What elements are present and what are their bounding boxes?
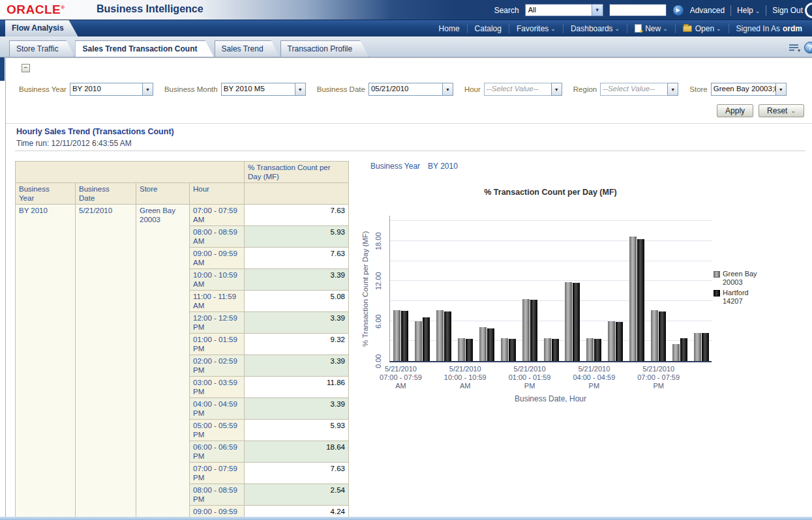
chart-title: % Transaction Count per Day (MF) xyxy=(389,188,712,197)
x-axis-title: Business Date, Hour xyxy=(389,394,712,403)
hour-cell: 11:00 - 11:59 AM xyxy=(190,291,245,312)
tab-sales-trend-transaction-count[interactable]: Sales Trend Transaction Count xyxy=(75,40,213,57)
username[interactable]: ordm xyxy=(783,24,802,33)
search-go-icon[interactable]: ▶ xyxy=(672,5,684,16)
chart-legend: Green Bay 20003Hartford 14207 xyxy=(714,270,763,308)
bar-green-bay[interactable] xyxy=(565,282,572,361)
bar-hartford[interactable] xyxy=(487,328,494,361)
reset-button[interactable]: Reset⌄ xyxy=(759,104,804,117)
bar-group xyxy=(476,327,498,361)
bar-group xyxy=(648,310,669,361)
business-month-select[interactable]: BY 2010 M5▼ xyxy=(221,83,306,96)
bar-hartford[interactable] xyxy=(509,339,516,361)
x-tick: 5/21/201007:00 - 07:59AM xyxy=(380,365,422,390)
business-date-select[interactable]: 05/21/2010▼ xyxy=(368,83,453,96)
bar-green-bay[interactable] xyxy=(458,338,465,361)
nav-home[interactable]: Home xyxy=(432,20,467,36)
bar-hartford[interactable] xyxy=(401,311,408,361)
chevron-down-icon[interactable]: ▼ xyxy=(592,5,603,16)
prompt-value[interactable]: BY 2010 xyxy=(70,83,143,96)
nav-catalog[interactable]: Catalog xyxy=(468,20,509,36)
column-header-business-date[interactable]: Business Date xyxy=(76,183,136,205)
region-select[interactable]: --Select Value--▼ xyxy=(600,83,678,96)
report-title: Hourly Sales Trend (Transactions Count) xyxy=(16,127,174,136)
bar-green-bay[interactable] xyxy=(629,237,637,361)
chevron-down-icon[interactable]: ▼ xyxy=(442,83,453,96)
bar-hartford[interactable] xyxy=(552,339,559,361)
prompt-label: Business Month xyxy=(164,85,218,93)
prompt-value[interactable]: BY 2010 M5 xyxy=(221,83,295,96)
help-menu[interactable]: Help⌄ xyxy=(737,6,760,15)
nav-new[interactable]: New⌄ xyxy=(627,20,675,36)
value-cell: 7.63 xyxy=(245,463,349,484)
chevron-down-icon[interactable]: ▼ xyxy=(667,83,678,96)
bar-green-bay[interactable] xyxy=(608,321,615,361)
bar-hartford[interactable] xyxy=(530,300,537,361)
column-header-store[interactable]: Store xyxy=(136,183,190,205)
bar-green-bay[interactable] xyxy=(522,299,530,361)
advanced-link[interactable]: Advanced xyxy=(690,6,725,15)
apply-button[interactable]: Apply xyxy=(717,104,753,117)
dashboard-page-tab[interactable]: Flow Analysis xyxy=(5,20,78,36)
chevron-down-icon[interactable]: ▼ xyxy=(142,83,153,96)
search-scope-value: All xyxy=(526,5,592,16)
chevron-down-icon[interactable]: ▼ xyxy=(775,83,787,96)
prompt-value[interactable]: --Select Value-- xyxy=(600,83,668,96)
nav-dashboards[interactable]: Dashboards⌄ xyxy=(564,20,627,36)
value-cell: 3.39 xyxy=(245,398,349,420)
bar-green-bay[interactable] xyxy=(501,338,508,361)
chevron-down-icon[interactable]: ▼ xyxy=(551,83,562,96)
prompt-value[interactable]: --Select Value-- xyxy=(484,83,552,96)
bar-green-bay[interactable] xyxy=(436,310,444,361)
bar-green-bay[interactable] xyxy=(694,333,701,361)
bar-hartford[interactable] xyxy=(466,339,473,361)
tab-sales-trend[interactable]: Sales Trend xyxy=(215,40,280,57)
bar-hartford[interactable] xyxy=(423,317,430,362)
nav-favorites[interactable]: Favorites⌄ xyxy=(509,20,563,36)
bar-hartford[interactable] xyxy=(702,333,709,361)
business-year-select[interactable]: BY 2010▼ xyxy=(70,83,153,96)
hour-cell: 08:00 - 08:59 PM xyxy=(190,484,245,506)
page-tabs: Store TrafficSales Trend Transaction Cou… xyxy=(9,40,369,57)
nav-open[interactable]: Open⌄ xyxy=(676,20,729,36)
bar-hartford[interactable] xyxy=(680,338,687,361)
page-options-icon[interactable] xyxy=(789,44,799,51)
bar-hartford[interactable] xyxy=(616,322,623,361)
tab-transaction-profile[interactable]: Transaction Profile xyxy=(280,40,369,57)
value-cell: 7.63 xyxy=(245,248,349,269)
bar-green-bay[interactable] xyxy=(479,327,487,361)
store-select[interactable]: Green Bay 20003;Ha▼ xyxy=(711,83,787,96)
x-tick: 5/21/201007:00 - 07:59PM xyxy=(637,365,680,390)
bar-hartford[interactable] xyxy=(659,311,666,361)
prompt-region: Region--Select Value--▼ xyxy=(573,83,678,96)
bar-hartford[interactable] xyxy=(444,311,451,361)
column-header-business-year[interactable]: Business Year xyxy=(16,183,76,205)
collapse-section-button[interactable]: − xyxy=(22,64,30,72)
bar-green-bay[interactable] xyxy=(651,310,658,361)
prompt-business-year: Business YearBY 2010▼ xyxy=(19,83,153,96)
bar-green-bay[interactable] xyxy=(415,321,422,361)
measure-header: % Transaction Count per Day (MF) xyxy=(245,162,349,183)
bar-green-bay[interactable] xyxy=(586,338,594,361)
prompt-value[interactable]: Green Bay 20003;Ha xyxy=(711,83,776,96)
tab-store-traffic[interactable]: Store Traffic xyxy=(9,40,74,57)
prompt-value[interactable]: 05/21/2010 xyxy=(368,83,443,96)
bar-green-bay[interactable] xyxy=(672,344,680,361)
chevron-down-icon[interactable]: ▼ xyxy=(295,83,306,96)
bar-green-bay[interactable] xyxy=(544,338,551,361)
nav-items: Home Catalog Favorites⌄ Dashboards⌄ New⌄… xyxy=(432,20,809,36)
search-scope-select[interactable]: All ▼ xyxy=(525,4,603,16)
column-header-hour[interactable]: Hour xyxy=(190,183,245,205)
bar-hartford[interactable] xyxy=(594,339,601,361)
table-corner xyxy=(16,162,245,183)
help-icon[interactable]: ? xyxy=(804,42,812,53)
search-input[interactable] xyxy=(609,4,667,16)
bar-group xyxy=(562,282,584,361)
sign-out-link[interactable]: Sign Out xyxy=(772,6,803,15)
bar-hartford[interactable] xyxy=(573,283,580,361)
hour-select[interactable]: --Select Value--▼ xyxy=(484,83,562,96)
x-tick: 5/21/201004:00 - 04:59PM xyxy=(573,365,615,390)
bar-hartford[interactable] xyxy=(637,239,644,361)
prompts-row: Business YearBY 2010▼Business MonthBY 20… xyxy=(19,83,787,96)
bar-green-bay[interactable] xyxy=(393,310,400,361)
